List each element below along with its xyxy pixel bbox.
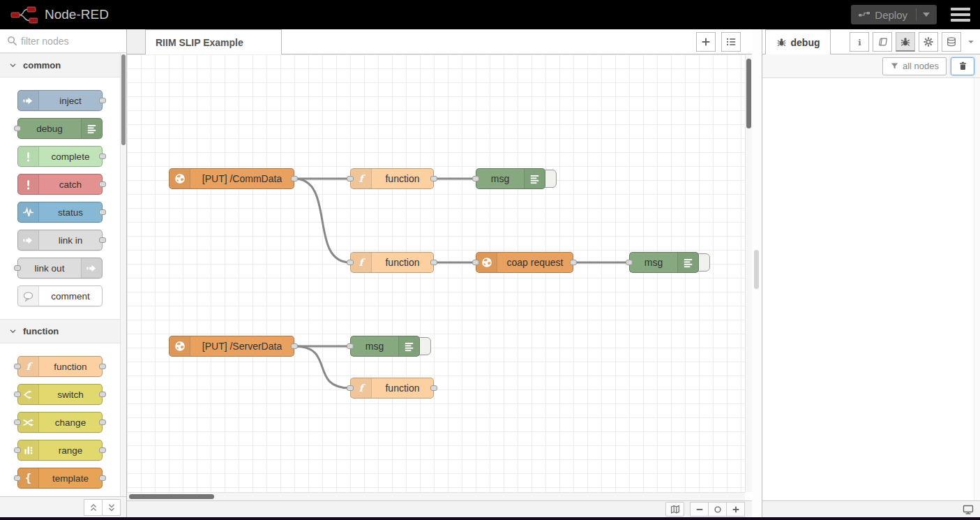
main-menu-button[interactable] bbox=[951, 8, 970, 22]
node-output-port[interactable] bbox=[99, 98, 106, 103]
node-output-port[interactable] bbox=[99, 392, 106, 397]
node-output-port[interactable] bbox=[430, 260, 437, 265]
flow-tab[interactable]: RIIM SLIP Example bbox=[145, 29, 282, 54]
palette-node-status[interactable]: status bbox=[17, 202, 103, 223]
palette-node-change[interactable]: change bbox=[17, 412, 103, 433]
node-output-port[interactable] bbox=[99, 419, 106, 425]
sidebar-tab-bug-button[interactable] bbox=[896, 32, 915, 52]
flow-node-commdata[interactable]: [PUT] /CommData bbox=[169, 168, 294, 189]
node-output-port[interactable] bbox=[99, 475, 106, 481]
flow-node-func2[interactable]: ffunction bbox=[350, 252, 434, 273]
node-output-port[interactable] bbox=[430, 176, 437, 181]
node-label: msg bbox=[351, 336, 398, 356]
palette-node-catch[interactable]: catch bbox=[17, 174, 103, 195]
flow-node-msg1[interactable]: msg bbox=[476, 168, 545, 189]
zoom-reset-button[interactable] bbox=[708, 502, 727, 517]
flow-node-func3[interactable]: ffunction bbox=[350, 378, 434, 399]
navigator-button[interactable] bbox=[665, 502, 684, 517]
panel-splitter[interactable] bbox=[752, 29, 762, 517]
chevron-down-icon bbox=[8, 327, 17, 336]
palette-node-link-out[interactable]: link out bbox=[17, 258, 103, 278]
hamburger-icon bbox=[951, 8, 970, 10]
zoom-in-button[interactable] bbox=[726, 502, 745, 517]
node-input-port[interactable] bbox=[347, 260, 354, 265]
palette-category-common[interactable]: common bbox=[0, 53, 120, 77]
flow-node-coap[interactable]: coap request bbox=[476, 252, 573, 273]
zoom-out-button[interactable] bbox=[690, 502, 709, 517]
clear-messages-button[interactable] bbox=[951, 57, 974, 75]
node-output-port[interactable] bbox=[291, 176, 298, 181]
flow-list-button[interactable] bbox=[721, 32, 741, 52]
splitter-grip-handle[interactable] bbox=[754, 250, 759, 289]
canvas-hscroll-thumb[interactable] bbox=[129, 494, 214, 499]
sidebar-tab-gear-button[interactable] bbox=[919, 32, 938, 52]
node-input-port[interactable] bbox=[14, 392, 21, 397]
filter-nodes-input[interactable] bbox=[0, 29, 126, 52]
node-input-port[interactable] bbox=[347, 176, 354, 181]
debug-tab[interactable]: debug bbox=[765, 29, 831, 54]
collapse-all-button[interactable] bbox=[84, 499, 103, 516]
palette-node-comment[interactable]: comment bbox=[17, 285, 103, 306]
flow-node-func1[interactable]: ffunction bbox=[350, 168, 434, 189]
palette-node-complete[interactable]: complete bbox=[17, 146, 103, 167]
flow-node-msg2[interactable]: msg bbox=[629, 252, 699, 273]
palette-category-function[interactable]: function bbox=[0, 319, 120, 343]
wire[interactable] bbox=[294, 346, 350, 388]
add-flow-button[interactable] bbox=[696, 32, 716, 52]
deploy-options-button[interactable] bbox=[916, 8, 930, 21]
node-input-port[interactable] bbox=[14, 419, 21, 425]
node-input-port[interactable] bbox=[347, 343, 354, 349]
canvas-wrap: [PUT] /CommDataffunctionmsgffunctioncoap… bbox=[127, 54, 752, 500]
node-output-port[interactable] bbox=[430, 385, 437, 391]
palette-node-template[interactable]: {template bbox=[17, 468, 103, 489]
flow-canvas[interactable]: [PUT] /CommDataffunctionmsgffunctioncoap… bbox=[127, 54, 745, 492]
node-input-port[interactable] bbox=[14, 126, 21, 131]
palette-node-link-in[interactable]: link in bbox=[17, 230, 103, 251]
node-output-port[interactable] bbox=[99, 154, 106, 159]
node-output-port[interactable] bbox=[99, 181, 106, 187]
open-debug-window-button[interactable] bbox=[962, 503, 974, 516]
node-input-port[interactable] bbox=[14, 447, 21, 453]
plus-icon bbox=[700, 36, 711, 47]
deploy-button[interactable]: Deploy bbox=[851, 5, 937, 24]
wire[interactable] bbox=[294, 179, 350, 262]
node-label: function bbox=[372, 378, 433, 398]
canvas-vertical-scrollbar[interactable] bbox=[745, 54, 752, 492]
sidebar-tab-info-button[interactable]: i bbox=[850, 32, 869, 52]
palette-scrollbar-thumb[interactable] bbox=[121, 54, 126, 145]
node-input-port[interactable] bbox=[472, 260, 479, 265]
node-input-port[interactable] bbox=[472, 176, 479, 181]
sidebar-tab-book-button[interactable] bbox=[873, 32, 892, 52]
debug-footer bbox=[762, 500, 980, 517]
palette-node-switch[interactable]: switch bbox=[17, 384, 103, 405]
node-input-port[interactable] bbox=[14, 265, 21, 271]
canvas-vscroll-thumb[interactable] bbox=[746, 59, 751, 128]
node-input-port[interactable] bbox=[626, 260, 633, 265]
debug-scrollbar[interactable] bbox=[974, 78, 980, 500]
sidebar-options-button[interactable] bbox=[965, 32, 977, 52]
palette-node-inject[interactable]: inject bbox=[17, 90, 103, 111]
palette-scrollbar[interactable] bbox=[120, 53, 126, 496]
node-output-port[interactable] bbox=[291, 343, 298, 349]
node-output-port[interactable] bbox=[99, 209, 106, 215]
flow-node-serverdata[interactable]: [PUT] /ServerData bbox=[169, 336, 294, 357]
sidebar-tab-layers-button[interactable] bbox=[942, 32, 961, 52]
node-input-port[interactable] bbox=[14, 475, 21, 481]
node-output-port[interactable] bbox=[570, 260, 577, 265]
globe-icon bbox=[476, 253, 497, 272]
palette-node-function[interactable]: ffunction bbox=[17, 356, 103, 377]
expand-all-button[interactable] bbox=[102, 499, 121, 516]
node-input-port[interactable] bbox=[347, 385, 354, 391]
link-arrow-icon bbox=[18, 230, 39, 250]
flow-node-msg3[interactable]: msg bbox=[350, 336, 420, 357]
palette-node-range[interactable]: range bbox=[17, 440, 103, 461]
node-input-port[interactable] bbox=[14, 364, 21, 369]
node-output-port[interactable] bbox=[99, 447, 106, 453]
debug-filter-button[interactable]: all nodes bbox=[882, 57, 947, 75]
workspace: RIIM SLIP Example [PUT] /CommDataffuncti… bbox=[127, 29, 752, 517]
node-output-port[interactable] bbox=[99, 237, 106, 243]
svg-text:f: f bbox=[359, 173, 365, 184]
canvas-horizontal-scrollbar[interactable] bbox=[127, 492, 745, 500]
palette-node-debug[interactable]: debug bbox=[17, 118, 103, 139]
node-output-port[interactable] bbox=[99, 364, 106, 369]
